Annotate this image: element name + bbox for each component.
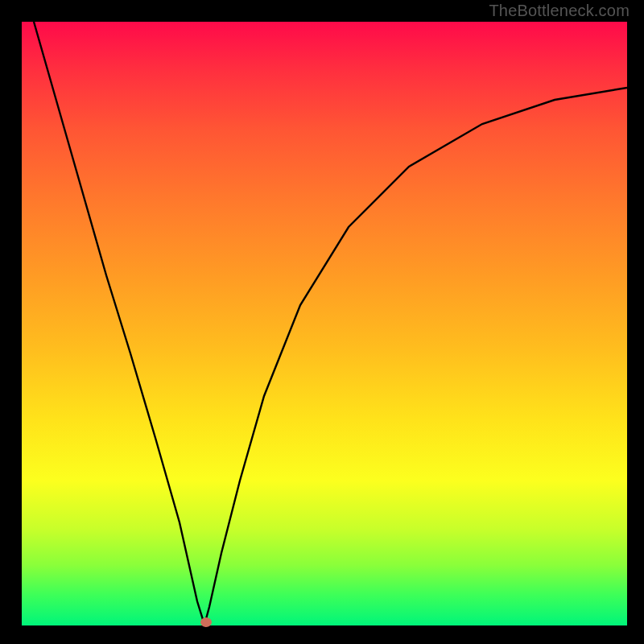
- optimal-point-marker: [200, 617, 212, 627]
- watermark-text: TheBottleneck.com: [489, 2, 630, 20]
- curve-svg: [22, 22, 627, 625]
- plot-area: [22, 22, 627, 625]
- chart-frame: TheBottleneck.com: [0, 0, 644, 644]
- bottleneck-curve: [34, 22, 627, 625]
